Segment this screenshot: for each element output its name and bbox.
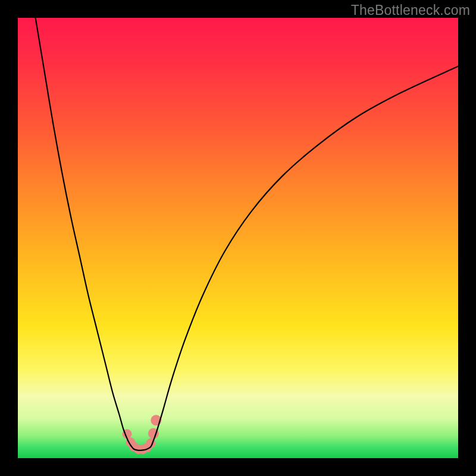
outer-frame: TheBottleneck.com [0,0,476,476]
plot-area [18,18,458,458]
curve-left-branch [36,18,131,446]
watermark-text: TheBottleneck.com [351,2,470,18]
curve-right-branch [152,66,458,444]
bottleneck-curve [18,18,458,458]
